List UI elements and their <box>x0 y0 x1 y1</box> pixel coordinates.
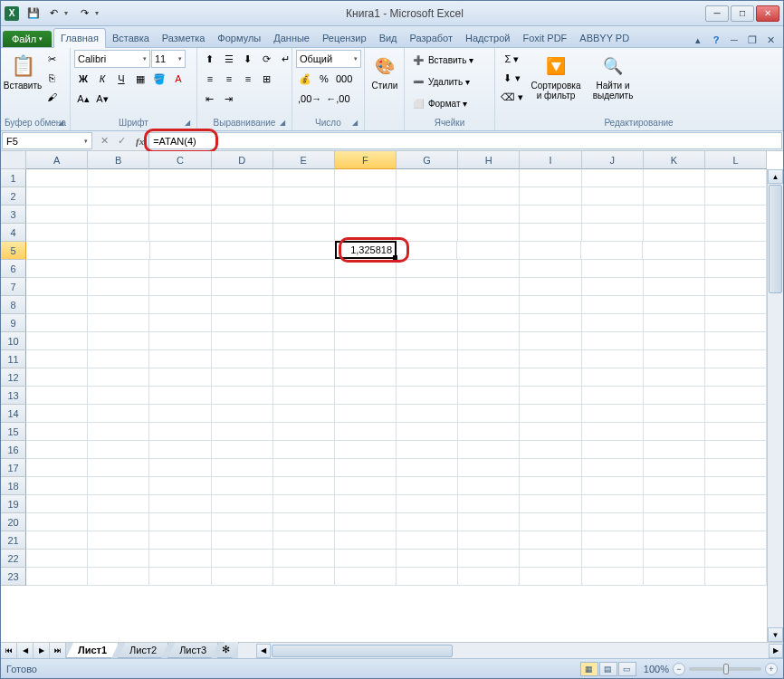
cell-F2[interactable] <box>335 187 397 206</box>
cell-E17[interactable] <box>273 459 335 477</box>
cell-C14[interactable] <box>149 405 211 423</box>
cell-A1[interactable] <box>26 169 88 187</box>
currency-button[interactable]: 💰 <box>296 70 314 88</box>
cell-F16[interactable] <box>335 441 397 459</box>
decrease-font-button[interactable]: A▾ <box>93 90 111 108</box>
cell-I20[interactable] <box>520 513 581 531</box>
cell-L5[interactable] <box>705 242 767 260</box>
cell-E6[interactable] <box>273 260 335 278</box>
cell-A15[interactable] <box>26 423 88 441</box>
tab-review[interactable]: Рецензир <box>316 29 373 47</box>
cell-K20[interactable] <box>644 513 705 531</box>
cell-C11[interactable] <box>149 350 211 368</box>
sheet-tab-1[interactable]: Лист1 <box>66 643 119 658</box>
cell-H6[interactable] <box>458 260 520 278</box>
column-header-L[interactable]: L <box>705 151 767 169</box>
cell-D14[interactable] <box>212 405 273 423</box>
cell-C20[interactable] <box>149 513 211 531</box>
cell-A21[interactable] <box>26 531 88 550</box>
enter-formula-button[interactable]: ✓ <box>114 134 129 148</box>
cell-K7[interactable] <box>644 278 705 296</box>
cell-I22[interactable] <box>520 550 581 568</box>
cell-K23[interactable] <box>644 568 705 586</box>
cell-K3[interactable] <box>644 206 705 224</box>
cell-H14[interactable] <box>458 405 520 423</box>
cell-F11[interactable] <box>335 350 397 368</box>
cell-H8[interactable] <box>458 296 520 314</box>
cell-L23[interactable] <box>705 568 767 586</box>
row-header-15[interactable]: 15 <box>1 423 26 441</box>
cell-D6[interactable] <box>212 260 273 278</box>
cell-J3[interactable] <box>582 206 644 224</box>
cell-G13[interactable] <box>397 387 458 405</box>
cell-I5[interactable] <box>520 242 581 260</box>
cell-D11[interactable] <box>212 350 273 368</box>
cell-D9[interactable] <box>212 314 273 332</box>
cell-L3[interactable] <box>705 206 767 224</box>
cell-F14[interactable] <box>335 405 397 423</box>
cell-H7[interactable] <box>458 278 520 296</box>
cell-L20[interactable] <box>705 513 767 531</box>
page-layout-view-button[interactable]: ▤ <box>599 662 617 676</box>
cell-I9[interactable] <box>520 314 581 332</box>
maximize-button[interactable]: □ <box>731 5 754 22</box>
autosum-button[interactable]: Σ ▾ <box>499 50 525 68</box>
row-header-16[interactable]: 16 <box>1 441 26 459</box>
cancel-formula-button[interactable]: ✕ <box>97 134 111 148</box>
cell-H3[interactable] <box>458 206 520 224</box>
cell-G14[interactable] <box>397 405 458 423</box>
fill-color-button[interactable]: 🪣 <box>150 70 168 88</box>
cell-G16[interactable] <box>397 441 458 459</box>
cell-J8[interactable] <box>582 296 644 314</box>
cell-I18[interactable] <box>520 477 581 495</box>
cell-D1[interactable] <box>212 169 273 187</box>
hscroll-thumb[interactable] <box>272 645 453 657</box>
row-header-4[interactable]: 4 <box>1 224 26 242</box>
cell-K12[interactable] <box>644 368 705 387</box>
cell-D21[interactable] <box>212 531 273 550</box>
cell-E12[interactable] <box>273 368 335 387</box>
cell-D10[interactable] <box>212 332 273 350</box>
column-header-F[interactable]: F <box>335 151 397 169</box>
cell-E13[interactable] <box>273 387 335 405</box>
cell-J22[interactable] <box>582 550 644 568</box>
cell-G17[interactable] <box>397 459 458 477</box>
cell-A4[interactable] <box>26 224 88 242</box>
align-center-button[interactable]: ≡ <box>220 70 238 88</box>
cell-B7[interactable] <box>88 278 149 296</box>
cell-C5[interactable] <box>150 242 212 260</box>
cell-H5[interactable] <box>457 242 519 260</box>
cell-B20[interactable] <box>88 513 149 531</box>
cell-B5[interactable] <box>88 242 149 260</box>
sheet-last-button[interactable]: ⏭ <box>50 643 66 658</box>
cell-E10[interactable] <box>273 332 335 350</box>
cell-J23[interactable] <box>582 568 644 586</box>
number-format-combo[interactable]: Общий▾ <box>296 50 361 68</box>
cell-E7[interactable] <box>273 278 335 296</box>
cell-L22[interactable] <box>705 550 767 568</box>
cell-A19[interactable] <box>26 495 88 513</box>
tab-foxit[interactable]: Foxit PDF <box>516 29 573 47</box>
align-middle-button[interactable]: ☰ <box>220 50 238 68</box>
cell-K9[interactable] <box>644 314 705 332</box>
zoom-in-button[interactable]: + <box>765 663 778 675</box>
cell-L15[interactable] <box>705 423 767 441</box>
cell-F6[interactable] <box>335 260 397 278</box>
cell-E22[interactable] <box>273 550 335 568</box>
cell-B21[interactable] <box>88 531 149 550</box>
cell-E21[interactable] <box>273 531 335 550</box>
cell-J18[interactable] <box>582 477 644 495</box>
decrease-indent-button[interactable]: ⇤ <box>201 90 219 108</box>
cell-C7[interactable] <box>149 278 211 296</box>
cell-K14[interactable] <box>644 405 705 423</box>
cell-D19[interactable] <box>212 495 273 513</box>
redo-button[interactable]: ↷ <box>75 5 93 23</box>
format-painter-button[interactable]: 🖌 <box>43 88 61 106</box>
cell-G12[interactable] <box>397 368 458 387</box>
cell-F7[interactable] <box>335 278 397 296</box>
cell-C9[interactable] <box>149 314 211 332</box>
font-name-combo[interactable]: Calibri▾ <box>74 50 150 68</box>
cell-I8[interactable] <box>520 296 581 314</box>
sheet-tab-2[interactable]: Лист2 <box>118 643 168 658</box>
cell-A14[interactable] <box>26 405 88 423</box>
